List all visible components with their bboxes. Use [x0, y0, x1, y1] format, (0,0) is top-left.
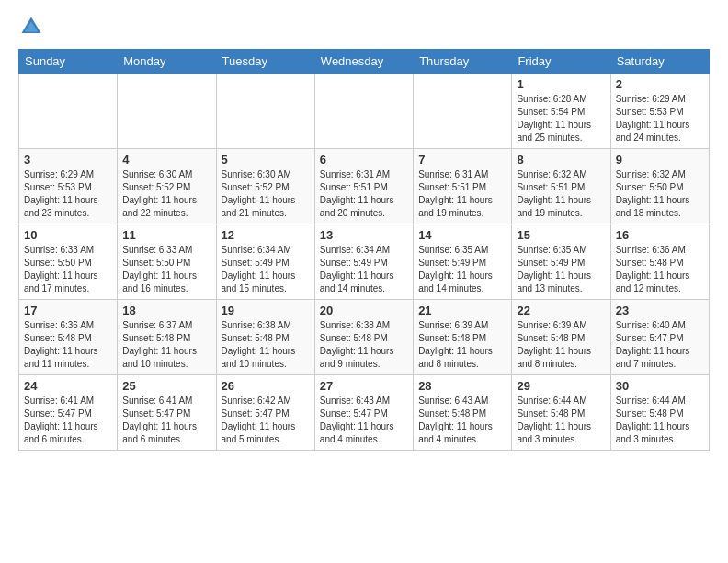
day-number: 27 [320, 379, 408, 393]
day-info: Sunrise: 6:35 AM Sunset: 5:49 PM Dayligh… [517, 244, 605, 295]
day-info: Sunrise: 6:31 AM Sunset: 5:51 PM Dayligh… [320, 168, 408, 220]
calendar-cell: 17Sunrise: 6:36 AM Sunset: 5:48 PM Dayli… [19, 300, 118, 375]
day-number: 17 [24, 304, 112, 317]
weekday-header-friday: Friday [512, 50, 610, 74]
day-info: Sunrise: 6:44 AM Sunset: 5:48 PM Dayligh… [616, 395, 704, 446]
day-number: 24 [24, 379, 112, 393]
calendar-cell [19, 74, 118, 149]
day-number: 19 [222, 304, 310, 317]
calendar-cell: 5Sunrise: 6:30 AM Sunset: 5:52 PM Daylig… [216, 149, 314, 224]
calendar-cell: 18Sunrise: 6:37 AM Sunset: 5:48 PM Dayli… [118, 300, 216, 375]
day-number: 21 [418, 304, 506, 317]
calendar-cell: 8Sunrise: 6:32 AM Sunset: 5:51 PM Daylig… [512, 149, 610, 224]
day-info: Sunrise: 6:33 AM Sunset: 5:50 PM Dayligh… [122, 244, 210, 295]
day-info: Sunrise: 6:38 AM Sunset: 5:48 PM Dayligh… [320, 319, 408, 371]
calendar-cell: 9Sunrise: 6:32 AM Sunset: 5:50 PM Daylig… [610, 149, 709, 224]
day-number: 6 [320, 153, 408, 167]
day-info: Sunrise: 6:34 AM Sunset: 5:49 PM Dayligh… [222, 244, 310, 295]
calendar-cell: 22Sunrise: 6:39 AM Sunset: 5:48 PM Dayli… [512, 300, 610, 375]
day-info: Sunrise: 6:41 AM Sunset: 5:47 PM Dayligh… [122, 395, 210, 446]
calendar-cell [314, 74, 413, 149]
calendar-cell: 12Sunrise: 6:34 AM Sunset: 5:49 PM Dayli… [216, 224, 314, 300]
day-info: Sunrise: 6:32 AM Sunset: 5:50 PM Dayligh… [616, 168, 704, 220]
calendar-row-1: 3Sunrise: 6:29 AM Sunset: 5:53 PM Daylig… [19, 149, 710, 224]
day-number: 15 [517, 228, 605, 242]
weekday-header-monday: Monday [118, 50, 216, 74]
calendar-cell: 27Sunrise: 6:43 AM Sunset: 5:47 PM Dayli… [314, 375, 413, 451]
calendar-cell: 23Sunrise: 6:40 AM Sunset: 5:47 PM Dayli… [610, 300, 709, 375]
calendar-cell: 2Sunrise: 6:29 AM Sunset: 5:53 PM Daylig… [610, 74, 709, 149]
day-number: 14 [418, 228, 506, 242]
day-info: Sunrise: 6:29 AM Sunset: 5:53 PM Dayligh… [616, 93, 704, 144]
day-number: 2 [616, 77, 704, 91]
calendar-row-3: 17Sunrise: 6:36 AM Sunset: 5:48 PM Dayli… [19, 300, 710, 375]
weekday-header-row: SundayMondayTuesdayWednesdayThursdayFrid… [19, 50, 710, 74]
calendar-cell: 15Sunrise: 6:35 AM Sunset: 5:49 PM Dayli… [512, 224, 610, 300]
calendar-cell: 13Sunrise: 6:34 AM Sunset: 5:49 PM Dayli… [314, 224, 413, 300]
calendar-cell [414, 74, 512, 149]
day-number: 4 [122, 153, 210, 167]
day-number: 12 [222, 228, 310, 242]
day-number: 26 [222, 379, 310, 393]
calendar-cell: 29Sunrise: 6:44 AM Sunset: 5:48 PM Dayli… [512, 375, 610, 451]
calendar-cell: 20Sunrise: 6:38 AM Sunset: 5:48 PM Dayli… [314, 300, 413, 375]
calendar-row-0: 1Sunrise: 6:28 AM Sunset: 5:54 PM Daylig… [19, 74, 710, 149]
weekday-header-wednesday: Wednesday [314, 50, 413, 74]
calendar-cell: 11Sunrise: 6:33 AM Sunset: 5:50 PM Dayli… [118, 224, 216, 300]
calendar-cell: 28Sunrise: 6:43 AM Sunset: 5:48 PM Dayli… [414, 375, 512, 451]
day-number: 30 [616, 379, 704, 393]
day-number: 3 [24, 153, 112, 167]
day-info: Sunrise: 6:35 AM Sunset: 5:49 PM Dayligh… [418, 244, 506, 295]
day-number: 22 [517, 304, 605, 317]
day-number: 11 [122, 228, 210, 242]
day-info: Sunrise: 6:39 AM Sunset: 5:48 PM Dayligh… [517, 319, 605, 371]
calendar-cell: 3Sunrise: 6:29 AM Sunset: 5:53 PM Daylig… [19, 149, 118, 224]
day-info: Sunrise: 6:32 AM Sunset: 5:51 PM Dayligh… [517, 168, 605, 220]
calendar-cell: 19Sunrise: 6:38 AM Sunset: 5:48 PM Dayli… [216, 300, 314, 375]
calendar-cell [118, 74, 216, 149]
day-number: 23 [616, 304, 704, 317]
page-header [18, 14, 710, 40]
day-info: Sunrise: 6:42 AM Sunset: 5:47 PM Dayligh… [222, 395, 310, 446]
logo [18, 14, 48, 40]
weekday-header-tuesday: Tuesday [216, 50, 314, 74]
day-number: 18 [122, 304, 210, 317]
day-number: 5 [222, 153, 310, 167]
day-info: Sunrise: 6:30 AM Sunset: 5:52 PM Dayligh… [222, 168, 310, 220]
calendar-cell: 6Sunrise: 6:31 AM Sunset: 5:51 PM Daylig… [314, 149, 413, 224]
day-info: Sunrise: 6:41 AM Sunset: 5:47 PM Dayligh… [24, 395, 112, 446]
weekday-header-thursday: Thursday [414, 50, 512, 74]
weekday-header-saturday: Saturday [610, 50, 709, 74]
day-info: Sunrise: 6:34 AM Sunset: 5:49 PM Dayligh… [320, 244, 408, 295]
day-number: 1 [517, 77, 605, 91]
day-info: Sunrise: 6:33 AM Sunset: 5:50 PM Dayligh… [24, 244, 112, 295]
day-info: Sunrise: 6:39 AM Sunset: 5:48 PM Dayligh… [418, 319, 506, 371]
day-number: 13 [320, 228, 408, 242]
day-number: 20 [320, 304, 408, 317]
logo-icon [18, 14, 44, 40]
calendar-cell: 4Sunrise: 6:30 AM Sunset: 5:52 PM Daylig… [118, 149, 216, 224]
calendar-cell [216, 74, 314, 149]
day-info: Sunrise: 6:36 AM Sunset: 5:48 PM Dayligh… [24, 319, 112, 371]
weekday-header-sunday: Sunday [19, 50, 118, 74]
day-info: Sunrise: 6:40 AM Sunset: 5:47 PM Dayligh… [616, 319, 704, 371]
calendar-cell: 14Sunrise: 6:35 AM Sunset: 5:49 PM Dayli… [414, 224, 512, 300]
day-number: 28 [418, 379, 506, 393]
calendar-cell: 10Sunrise: 6:33 AM Sunset: 5:50 PM Dayli… [19, 224, 118, 300]
calendar-cell: 25Sunrise: 6:41 AM Sunset: 5:47 PM Dayli… [118, 375, 216, 451]
calendar-row-4: 24Sunrise: 6:41 AM Sunset: 5:47 PM Dayli… [19, 375, 710, 451]
day-number: 9 [616, 153, 704, 167]
day-info: Sunrise: 6:38 AM Sunset: 5:48 PM Dayligh… [222, 319, 310, 371]
calendar-cell: 30Sunrise: 6:44 AM Sunset: 5:48 PM Dayli… [610, 375, 709, 451]
calendar-cell: 7Sunrise: 6:31 AM Sunset: 5:51 PM Daylig… [414, 149, 512, 224]
day-number: 25 [122, 379, 210, 393]
calendar-cell: 21Sunrise: 6:39 AM Sunset: 5:48 PM Dayli… [414, 300, 512, 375]
calendar-cell: 26Sunrise: 6:42 AM Sunset: 5:47 PM Dayli… [216, 375, 314, 451]
day-info: Sunrise: 6:30 AM Sunset: 5:52 PM Dayligh… [122, 168, 210, 220]
day-info: Sunrise: 6:37 AM Sunset: 5:48 PM Dayligh… [122, 319, 210, 371]
day-info: Sunrise: 6:36 AM Sunset: 5:48 PM Dayligh… [616, 244, 704, 295]
calendar-cell: 1Sunrise: 6:28 AM Sunset: 5:54 PM Daylig… [512, 74, 610, 149]
calendar-cell: 16Sunrise: 6:36 AM Sunset: 5:48 PM Dayli… [610, 224, 709, 300]
day-info: Sunrise: 6:44 AM Sunset: 5:48 PM Dayligh… [517, 395, 605, 446]
day-info: Sunrise: 6:31 AM Sunset: 5:51 PM Dayligh… [418, 168, 506, 220]
